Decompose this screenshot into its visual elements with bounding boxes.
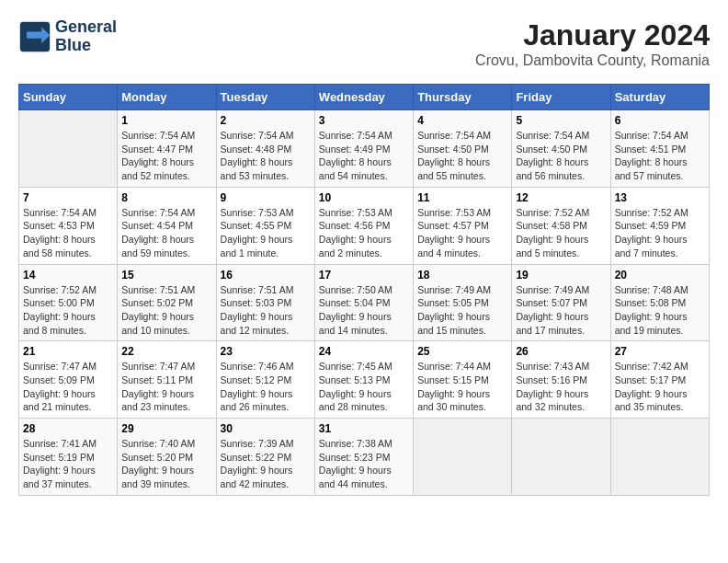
day-number: 2 [221, 114, 311, 127]
weekday-header-tuesday: Tuesday [216, 85, 314, 110]
weekday-header-sunday: Sunday [19, 85, 118, 110]
calendar-cell: 17Sunrise: 7:50 AM Sunset: 5:04 PM Dayli… [314, 264, 413, 341]
day-number: 28 [23, 422, 113, 435]
calendar-cell: 11Sunrise: 7:53 AM Sunset: 4:57 PM Dayli… [414, 187, 512, 264]
day-number: 26 [516, 345, 606, 358]
day-info: Sunrise: 7:43 AM Sunset: 5:16 PM Dayligh… [516, 360, 606, 414]
calendar-cell: 2Sunrise: 7:54 AM Sunset: 4:48 PM Daylig… [216, 110, 314, 188]
day-info: Sunrise: 7:48 AM Sunset: 5:08 PM Dayligh… [615, 283, 705, 338]
day-info: Sunrise: 7:54 AM Sunset: 4:47 PM Dayligh… [121, 129, 211, 183]
day-info: Sunrise: 7:39 AM Sunset: 5:22 PM Dayligh… [221, 437, 311, 491]
calendar-cell: 26Sunrise: 7:43 AM Sunset: 5:16 PM Dayli… [512, 341, 610, 419]
calendar-cell: 31Sunrise: 7:38 AM Sunset: 5:23 PM Dayli… [314, 419, 413, 496]
day-info: Sunrise: 7:52 AM Sunset: 4:58 PM Dayligh… [516, 206, 606, 260]
day-number: 21 [23, 345, 113, 358]
calendar-cell: 14Sunrise: 7:52 AM Sunset: 5:00 PM Dayli… [19, 264, 118, 341]
day-number: 30 [221, 422, 311, 435]
calendar-cell: 1Sunrise: 7:54 AM Sunset: 4:47 PM Daylig… [118, 110, 216, 188]
day-number: 17 [319, 269, 409, 282]
page-header: General Blue January 2024 Crovu, Dambovi… [18, 18, 710, 69]
day-info: Sunrise: 7:44 AM Sunset: 5:15 PM Dayligh… [417, 360, 507, 414]
day-number: 8 [121, 191, 211, 204]
day-number: 11 [417, 191, 507, 204]
calendar-cell: 13Sunrise: 7:52 AM Sunset: 4:59 PM Dayli… [610, 187, 709, 264]
calendar-cell: 7Sunrise: 7:54 AM Sunset: 4:53 PM Daylig… [19, 187, 118, 264]
calendar-cell: 19Sunrise: 7:49 AM Sunset: 5:07 PM Dayli… [512, 264, 610, 341]
day-info: Sunrise: 7:54 AM Sunset: 4:51 PM Dayligh… [615, 129, 705, 183]
day-info: Sunrise: 7:51 AM Sunset: 5:03 PM Dayligh… [221, 283, 311, 338]
calendar-cell [512, 419, 610, 496]
day-number: 9 [221, 191, 311, 204]
week-row-5: 28Sunrise: 7:41 AM Sunset: 5:19 PM Dayli… [19, 419, 710, 496]
calendar-cell: 21Sunrise: 7:47 AM Sunset: 5:09 PM Dayli… [19, 341, 118, 419]
calendar-cell: 6Sunrise: 7:54 AM Sunset: 4:51 PM Daylig… [610, 110, 709, 188]
calendar-cell: 20Sunrise: 7:48 AM Sunset: 5:08 PM Dayli… [610, 264, 709, 341]
logo-text: General Blue [55, 18, 117, 55]
day-number: 24 [319, 345, 409, 358]
day-number: 15 [121, 269, 211, 282]
day-info: Sunrise: 7:53 AM Sunset: 4:57 PM Dayligh… [417, 206, 507, 260]
title-section: January 2024 Crovu, Dambovita County, Ro… [475, 18, 710, 69]
calendar-cell: 3Sunrise: 7:54 AM Sunset: 4:49 PM Daylig… [314, 110, 413, 188]
page-title: January 2024 [475, 18, 710, 52]
day-number: 14 [23, 269, 113, 282]
day-info: Sunrise: 7:52 AM Sunset: 4:59 PM Dayligh… [615, 206, 705, 260]
calendar-cell: 28Sunrise: 7:41 AM Sunset: 5:19 PM Dayli… [19, 419, 118, 496]
day-info: Sunrise: 7:51 AM Sunset: 5:02 PM Dayligh… [121, 283, 211, 338]
day-number: 3 [319, 114, 409, 127]
calendar-cell [19, 110, 118, 188]
day-number: 12 [516, 191, 606, 204]
calendar-cell: 9Sunrise: 7:53 AM Sunset: 4:55 PM Daylig… [216, 187, 314, 264]
calendar-cell: 23Sunrise: 7:46 AM Sunset: 5:12 PM Dayli… [216, 341, 314, 419]
calendar-cell: 29Sunrise: 7:40 AM Sunset: 5:20 PM Dayli… [118, 419, 216, 496]
day-number: 25 [417, 345, 507, 358]
weekday-header-thursday: Thursday [414, 85, 512, 110]
day-info: Sunrise: 7:49 AM Sunset: 5:07 PM Dayligh… [516, 283, 606, 338]
calendar-cell: 15Sunrise: 7:51 AM Sunset: 5:02 PM Dayli… [118, 264, 216, 341]
week-row-1: 1Sunrise: 7:54 AM Sunset: 4:47 PM Daylig… [19, 110, 710, 188]
calendar-cell: 18Sunrise: 7:49 AM Sunset: 5:05 PM Dayli… [414, 264, 512, 341]
week-row-4: 21Sunrise: 7:47 AM Sunset: 5:09 PM Dayli… [19, 341, 710, 419]
day-number: 19 [516, 269, 606, 282]
logo: General Blue [18, 18, 117, 55]
logo-line2: Blue [55, 37, 117, 55]
day-info: Sunrise: 7:54 AM Sunset: 4:48 PM Dayligh… [221, 129, 311, 183]
day-info: Sunrise: 7:47 AM Sunset: 5:11 PM Dayligh… [121, 360, 211, 414]
weekday-header-saturday: Saturday [610, 85, 709, 110]
day-info: Sunrise: 7:38 AM Sunset: 5:23 PM Dayligh… [319, 437, 409, 491]
day-info: Sunrise: 7:40 AM Sunset: 5:20 PM Dayligh… [121, 437, 211, 491]
day-info: Sunrise: 7:42 AM Sunset: 5:17 PM Dayligh… [615, 360, 705, 414]
calendar-cell: 22Sunrise: 7:47 AM Sunset: 5:11 PM Dayli… [118, 341, 216, 419]
calendar-cell: 16Sunrise: 7:51 AM Sunset: 5:03 PM Dayli… [216, 264, 314, 341]
day-info: Sunrise: 7:53 AM Sunset: 4:55 PM Dayligh… [221, 206, 311, 260]
logo-line1: General [55, 18, 117, 37]
calendar-cell: 5Sunrise: 7:54 AM Sunset: 4:50 PM Daylig… [512, 110, 610, 188]
logo-icon [18, 20, 51, 53]
weekday-row: SundayMondayTuesdayWednesdayThursdayFrid… [19, 85, 710, 110]
calendar-cell: 25Sunrise: 7:44 AM Sunset: 5:15 PM Dayli… [414, 341, 512, 419]
weekday-header-friday: Friday [512, 85, 610, 110]
calendar-cell: 10Sunrise: 7:53 AM Sunset: 4:56 PM Dayli… [314, 187, 413, 264]
page-subtitle: Crovu, Dambovita County, Romania [475, 52, 710, 69]
week-row-3: 14Sunrise: 7:52 AM Sunset: 5:00 PM Dayli… [19, 264, 710, 341]
calendar-body: 1Sunrise: 7:54 AM Sunset: 4:47 PM Daylig… [19, 110, 710, 496]
calendar-cell: 8Sunrise: 7:54 AM Sunset: 4:54 PM Daylig… [118, 187, 216, 264]
day-number: 22 [121, 345, 211, 358]
day-info: Sunrise: 7:54 AM Sunset: 4:50 PM Dayligh… [417, 129, 507, 183]
calendar-table: SundayMondayTuesdayWednesdayThursdayFrid… [18, 84, 710, 496]
day-info: Sunrise: 7:45 AM Sunset: 5:13 PM Dayligh… [319, 360, 409, 414]
calendar-cell: 24Sunrise: 7:45 AM Sunset: 5:13 PM Dayli… [314, 341, 413, 419]
day-info: Sunrise: 7:54 AM Sunset: 4:50 PM Dayligh… [516, 129, 606, 183]
day-number: 31 [319, 422, 409, 435]
day-number: 23 [221, 345, 311, 358]
calendar-cell [414, 419, 512, 496]
calendar-cell [610, 419, 709, 496]
week-row-2: 7Sunrise: 7:54 AM Sunset: 4:53 PM Daylig… [19, 187, 710, 264]
day-number: 1 [121, 114, 211, 127]
day-number: 18 [417, 269, 507, 282]
day-info: Sunrise: 7:50 AM Sunset: 5:04 PM Dayligh… [319, 283, 409, 338]
calendar-cell: 4Sunrise: 7:54 AM Sunset: 4:50 PM Daylig… [414, 110, 512, 188]
weekday-header-wednesday: Wednesday [314, 85, 413, 110]
day-info: Sunrise: 7:53 AM Sunset: 4:56 PM Dayligh… [319, 206, 409, 260]
day-number: 20 [615, 269, 705, 282]
